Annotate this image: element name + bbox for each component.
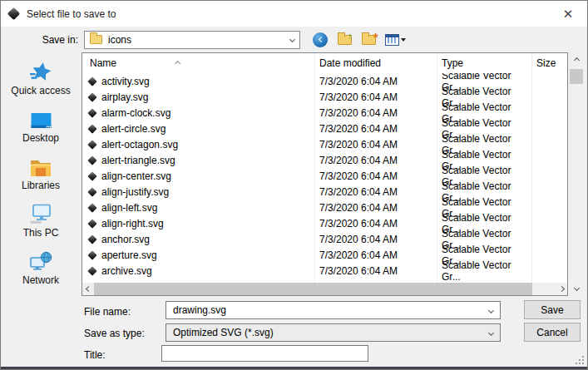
file-name-text: alert-octagon.svg (101, 139, 178, 150)
file-name-text: airplay.svg (101, 91, 148, 103)
inkscape-logo-icon (7, 7, 21, 21)
file-date-cell: 7/3/2020 6:04 AM (314, 107, 437, 119)
horizontal-scrollbar-thumb[interactable] (94, 283, 532, 295)
inkscape-file-icon (87, 266, 96, 275)
file-name-cell: aperture.svg (82, 249, 314, 261)
sidebar-item-network[interactable]: Network (1, 249, 81, 286)
save-as-type-combobox[interactable]: Optimized SVG (*.svg) (166, 323, 501, 342)
vertical-scrollbar-thumb[interactable] (570, 69, 583, 84)
horizontal-scrollbar[interactable] (82, 283, 567, 295)
save-in-value: icons (108, 34, 131, 46)
file-name-cell: alarm-clock.svg (82, 107, 314, 119)
sidebar-item-label: Libraries (22, 180, 60, 191)
file-date-cell: 7/3/2020 6:04 AM (314, 170, 437, 182)
sidebar-item-desktop[interactable]: Desktop (1, 107, 81, 144)
this-pc-icon (29, 202, 52, 224)
column-header-date-modified[interactable]: Date modified (314, 57, 437, 69)
column-header-type[interactable]: Type (437, 57, 531, 69)
file-name-cell: alert-circle.svg (82, 123, 314, 135)
file-name-value: drawing.svg (173, 304, 226, 316)
chevron-down-icon (488, 329, 494, 335)
save-in-combobox[interactable]: icons (84, 31, 300, 49)
inkscape-file-icon (87, 219, 96, 228)
toolbar-buttons: ↑ * (312, 32, 406, 48)
inkscape-file-icon (87, 171, 96, 180)
save-in-label: Save in: (1, 34, 78, 46)
resize-grip[interactable] (576, 356, 584, 364)
file-name-cell: archive.svg (82, 265, 314, 277)
new-folder-button[interactable]: * (360, 32, 377, 48)
file-row[interactable]: archive.svg 7/3/2020 6:04 AM Scalable Ve… (82, 263, 567, 279)
titlebar[interactable]: Select file to save to ✕ (1, 1, 587, 27)
sidebar-item-libraries[interactable]: Libraries (1, 155, 81, 191)
scroll-up-icon[interactable] (570, 54, 583, 67)
file-name-text: activity.svg (101, 76, 150, 87)
back-button[interactable] (312, 32, 329, 48)
file-name-cell: alert-octagon.svg (82, 139, 314, 150)
inkscape-file-icon (87, 203, 96, 212)
file-name-cell: align-left.svg (82, 202, 314, 214)
file-date-cell: 7/3/2020 6:04 AM (314, 123, 437, 135)
file-name-text: align-justify.svg (101, 186, 169, 198)
inkscape-file-icon (87, 250, 96, 259)
column-header-size[interactable]: Size (531, 57, 556, 69)
file-name-combobox[interactable]: drawing.svg (166, 301, 501, 319)
back-arrow-icon (313, 32, 328, 47)
file-name-text: anchor.svg (101, 234, 150, 245)
sidebar-item-this-pc[interactable]: This PC (1, 202, 81, 239)
view-menu-button[interactable] (384, 32, 406, 48)
close-button[interactable]: ✕ (549, 1, 587, 27)
up-one-level-button[interactable]: ↑ (336, 32, 353, 48)
inkscape-file-icon (87, 187, 96, 196)
libraries-folder-icon (29, 155, 52, 177)
inkscape-file-icon (87, 140, 96, 149)
file-name-text: align-right.svg (101, 218, 164, 229)
title-label: Title: (84, 349, 106, 361)
file-name-cell: align-center.svg (82, 170, 314, 182)
file-rows: activity.svg 7/3/2020 6:04 AM Scalable V… (82, 73, 567, 283)
inkscape-file-icon (87, 124, 96, 133)
file-date-cell: 7/3/2020 6:04 AM (314, 76, 437, 87)
new-folder-icon: * (362, 35, 376, 45)
cancel-button[interactable]: Cancel (524, 323, 581, 342)
file-name-text: aperture.svg (101, 249, 157, 261)
file-name-cell: activity.svg (82, 76, 314, 87)
sidebar-item-label: Quick access (11, 85, 70, 96)
save-as-type-label: Save as type: (84, 328, 145, 339)
file-date-cell: 7/3/2020 6:04 AM (314, 186, 437, 198)
bottom-edge-bar (1, 367, 587, 369)
column-header-name[interactable]: Name (82, 57, 314, 69)
file-name-text: archive.svg (101, 265, 152, 277)
scroll-left-icon[interactable] (82, 283, 94, 295)
title-input[interactable] (161, 345, 368, 362)
file-name-text: alert-circle.svg (101, 123, 166, 135)
save-dialog-window: Select file to save to ✕ Save in: icons … (0, 0, 588, 370)
file-name-cell: anchor.svg (82, 234, 314, 245)
save-button[interactable]: Save (524, 300, 581, 319)
file-name-cell: alert-triangle.svg (82, 155, 314, 166)
network-globe-icon (29, 249, 52, 272)
file-date-cell: 7/3/2020 6:04 AM (314, 234, 437, 245)
file-name-label: File name: (84, 306, 131, 318)
file-name-text: alert-triangle.svg (101, 155, 175, 166)
file-date-cell: 7/3/2020 6:04 AM (314, 265, 437, 277)
sidebar-item-quick-access[interactable]: Quick access (1, 60, 81, 96)
vertical-scrollbar[interactable] (570, 52, 583, 296)
file-date-cell: 7/3/2020 6:04 AM (314, 91, 437, 103)
folder-icon (90, 35, 102, 44)
chevron-down-icon (488, 307, 494, 313)
file-list-panel: Name Date modified Type Size activity.sv… (82, 52, 568, 296)
file-name-text: align-center.svg (101, 170, 171, 182)
scroll-right-icon[interactable] (556, 283, 567, 295)
places-sidebar: Quick access Desktop Librar (1, 54, 81, 297)
file-date-cell: 7/3/2020 6:04 AM (314, 218, 437, 229)
inkscape-file-icon (87, 234, 96, 244)
sidebar-item-label: This PC (23, 227, 59, 239)
view-menu-icon (385, 34, 399, 46)
file-name-cell: align-justify.svg (82, 186, 314, 198)
file-name-cell: airplay.svg (82, 91, 314, 103)
chevron-down-icon (401, 38, 406, 42)
chevron-down-icon (289, 37, 295, 42)
scroll-down-icon[interactable] (570, 282, 583, 294)
file-date-cell: 7/3/2020 6:04 AM (314, 139, 437, 150)
